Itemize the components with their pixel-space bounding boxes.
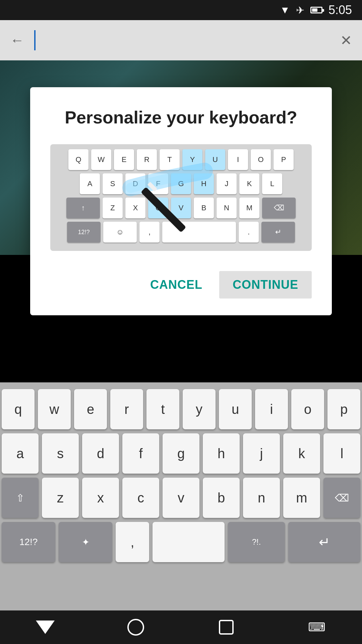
nav-recents-button[interactable] [213, 614, 240, 641]
mini-kb-row-1: Q W E R T Y U I O P [54, 149, 308, 170]
mini-key-c: C [148, 198, 168, 218]
mini-kb-row-2: A S D F G H J K L [54, 173, 308, 194]
continue-button[interactable]: CONTINUE [219, 271, 312, 299]
mini-key-t: T [160, 149, 180, 170]
airplane-icon: ✈ [296, 4, 304, 16]
mini-kb-row-3: ↑ Z X C V B N M ⌫ [54, 198, 308, 218]
nav-keyboard-icon: ⌨ [308, 620, 325, 634]
mini-key-backspace: ⌫ [262, 198, 296, 218]
mini-key-shift: ↑ [66, 198, 100, 218]
mini-key-v: V [171, 198, 191, 218]
mini-key-numbers: 12!? [67, 222, 101, 243]
nav-keyboard-button[interactable]: ⌨ [303, 614, 330, 641]
mini-key-k: K [239, 173, 259, 194]
mini-keyboard-illustration: Q W E R T Y U I O P A S D F G H J K [50, 144, 312, 251]
mini-key-r: R [137, 149, 157, 170]
nav-recents-icon [219, 620, 234, 635]
mini-key-y: Y [182, 149, 202, 170]
dialog-buttons: CANCEL CONTINUE [50, 271, 312, 299]
mini-key-h: H [194, 173, 214, 194]
mini-key-l: L [262, 173, 282, 194]
mini-key-x: X [125, 198, 145, 218]
mini-key-o: O [251, 149, 271, 170]
mini-key-a: A [80, 173, 100, 194]
mini-key-z: Z [103, 198, 123, 218]
nav-back-button[interactable] [32, 614, 59, 641]
mini-key-enter: ↵ [261, 222, 295, 243]
dialog-overlay: Personalize your keyboard? Q W E R T Y U… [0, 20, 362, 644]
mini-key-i: I [228, 149, 248, 170]
mini-key-s: S [103, 173, 123, 194]
wifi-icon: ▼ [280, 4, 290, 16]
mini-key-f: F [148, 173, 168, 194]
mini-key-n: N [217, 198, 237, 218]
dialog-title: Personalize your keyboard? [50, 107, 312, 127]
mini-key-q: Q [68, 149, 88, 170]
personalize-dialog: Personalize your keyboard? Q W E R T Y U… [30, 87, 332, 315]
mini-key-comma: , [139, 222, 160, 243]
mini-key-m: M [239, 198, 259, 218]
mini-key-p: P [274, 149, 294, 170]
mini-key-j: J [217, 173, 237, 194]
status-time: 5:05 [328, 3, 352, 17]
cancel-button[interactable]: CANCEL [140, 271, 213, 299]
mini-key-emoji: ☺ [103, 222, 137, 243]
mini-key-d: D [125, 173, 145, 194]
nav-home-icon [127, 619, 144, 636]
mini-key-space [162, 222, 236, 243]
nav-back-icon [36, 621, 55, 634]
nav-home-button[interactable] [122, 614, 149, 641]
mini-key-w: W [91, 149, 111, 170]
battery-icon [310, 7, 322, 13]
mini-kb-row-4: 12!? ☺ , . ↵ [54, 222, 308, 243]
status-icons: ▼ ✈ 5:05 [280, 3, 352, 17]
mini-key-g: G [171, 173, 191, 194]
status-bar: ▼ ✈ 5:05 [0, 0, 362, 20]
mini-key-e: E [114, 149, 134, 170]
mini-key-b: B [194, 198, 214, 218]
mini-key-period: . [239, 222, 259, 243]
nav-bar: ⌨ [0, 610, 362, 644]
mini-key-u: U [205, 149, 225, 170]
